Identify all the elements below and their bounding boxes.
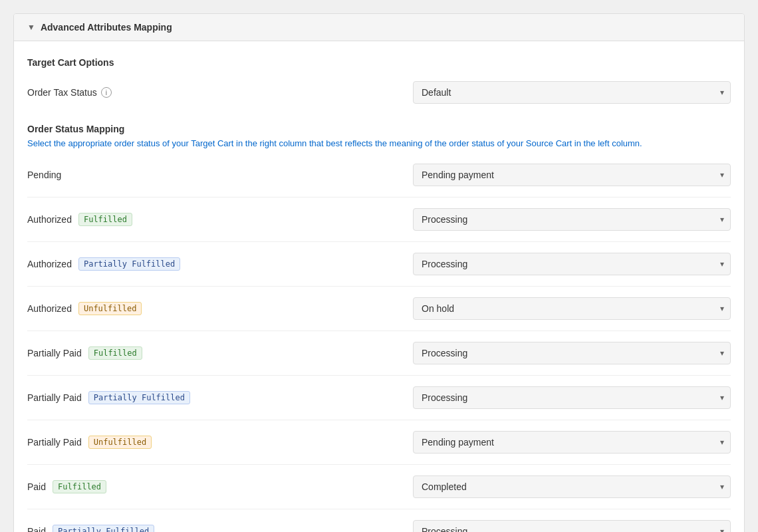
select-authorized-partially-fulfilled[interactable]: Pending paymentProcessingOn holdComplete… [413,253,731,275]
dropdown-partially-paid-unfulfilled[interactable]: Pending paymentProcessingOn holdComplete… [413,431,731,454]
row-divider [27,375,731,376]
badge-authorized-unfulfilled: Unfulfilled [78,302,142,315]
status-label-text-pending: Pending [27,170,61,180]
row-divider [27,420,731,420]
section-header[interactable]: ▼ Advanced Attributes Mapping [14,14,744,41]
row-divider [27,509,731,509]
info-icon[interactable]: i [101,87,112,98]
select-paid-fulfilled[interactable]: Pending paymentProcessingOn holdComplete… [413,475,731,498]
row-divider [27,241,731,242]
advanced-attributes-mapping-panel: ▼ Advanced Attributes Mapping Target Car… [13,13,745,532]
tax-status-label-text: Order Tax Status [27,87,97,98]
status-label-text-partially-paid-unfulfilled: Partially Paid [27,437,82,448]
select-wrapper-pending: Pending paymentProcessingOn holdComplete… [413,164,731,186]
dropdown-paid-partially-fulfilled[interactable]: Pending paymentProcessingOn holdComplete… [413,520,731,533]
status-label-partially-paid-fulfilled: Partially PaidFulfilled [27,346,413,360]
select-pending[interactable]: Pending paymentProcessingOn holdComplete… [413,164,731,186]
order-tax-status-row: Order Tax Status i Default Taxable None [27,81,731,104]
status-label-text-partially-paid-partially-fulfilled: Partially Paid [27,392,82,403]
badge-partially-paid-partially-fulfilled: Partially Fulfilled [88,391,190,404]
order-status-description: Select the appropriate order status of y… [27,137,731,150]
badge-partially-paid-unfulfilled: Unfulfilled [88,436,152,449]
tax-status-dropdown[interactable]: Default Taxable None [413,81,731,104]
select-wrapper-authorized-fulfilled: Pending paymentProcessingOn holdComplete… [413,208,731,231]
select-partially-paid-unfulfilled[interactable]: Pending paymentProcessingOn holdComplete… [413,431,731,454]
status-row-partially-paid-fulfilled: Partially PaidFulfilledPending paymentPr… [27,342,731,364]
order-status-title: Order Status Mapping [27,124,731,134]
status-label-text-paid-partially-fulfilled: Paid [27,526,46,533]
status-row-partially-paid-partially-fulfilled: Partially PaidPartially FulfilledPending… [27,386,731,409]
status-rows-container: PendingPending paymentProcessingOn holdC… [27,164,731,533]
select-authorized-unfulfilled[interactable]: Pending paymentProcessingOn holdComplete… [413,297,731,320]
badge-authorized-fulfilled: Fulfilled [78,213,132,226]
status-label-paid-partially-fulfilled: PaidPartially Fulfilled [27,525,413,533]
select-wrapper-authorized-partially-fulfilled: Pending paymentProcessingOn holdComplete… [413,253,731,275]
status-label-authorized-partially-fulfilled: AuthorizedPartially Fulfilled [27,257,413,271]
select-partially-paid-partially-fulfilled[interactable]: Pending paymentProcessingOn holdComplete… [413,386,731,409]
status-label-partially-paid-unfulfilled: Partially PaidUnfulfilled [27,436,413,449]
order-status-mapping: Order Status Mapping Select the appropri… [27,124,731,532]
chevron-icon: ▼ [27,23,35,32]
select-wrapper-partially-paid-partially-fulfilled: Pending paymentProcessingOn holdComplete… [413,386,731,409]
status-label-partially-paid-partially-fulfilled: Partially PaidPartially Fulfilled [27,391,413,404]
tax-status-select[interactable]: Default Taxable None [413,81,731,104]
badge-partially-paid-fulfilled: Fulfilled [88,346,142,360]
badge-authorized-partially-fulfilled: Partially Fulfilled [78,257,180,271]
target-cart-options-title: Target Cart Options [27,57,731,68]
select-wrapper-authorized-unfulfilled: Pending paymentProcessingOn holdComplete… [413,297,731,320]
order-tax-status-label: Order Tax Status i [27,87,413,98]
row-divider [27,331,731,331]
status-label-text-paid-fulfilled: Paid [27,481,46,492]
select-partially-paid-fulfilled[interactable]: Pending paymentProcessingOn holdComplete… [413,342,731,364]
status-row-authorized-partially-fulfilled: AuthorizedPartially FulfilledPending pay… [27,253,731,275]
status-row-paid-fulfilled: PaidFulfilledPending paymentProcessingOn… [27,475,731,498]
status-row-partially-paid-unfulfilled: Partially PaidUnfulfilledPending payment… [27,431,731,454]
status-row-authorized-fulfilled: AuthorizedFulfilledPending paymentProces… [27,208,731,231]
order-tax-status-select-wrapper: Default Taxable None [413,81,731,104]
dropdown-partially-paid-fulfilled[interactable]: Pending paymentProcessingOn holdComplete… [413,342,731,364]
dropdown-authorized-unfulfilled[interactable]: Pending paymentProcessingOn holdComplete… [413,297,731,320]
status-label-authorized-fulfilled: AuthorizedFulfilled [27,213,413,226]
select-wrapper-paid-fulfilled: Pending paymentProcessingOn holdComplete… [413,475,731,498]
select-wrapper-partially-paid-fulfilled: Pending paymentProcessingOn holdComplete… [413,342,731,364]
status-row-pending: PendingPending paymentProcessingOn holdC… [27,164,731,186]
status-label-authorized-unfulfilled: AuthorizedUnfulfilled [27,302,413,315]
status-row-paid-partially-fulfilled: PaidPartially FulfilledPending paymentPr… [27,520,731,533]
select-paid-partially-fulfilled[interactable]: Pending paymentProcessingOn holdComplete… [413,520,731,533]
row-divider [27,464,731,465]
dropdown-paid-fulfilled[interactable]: Pending paymentProcessingOn holdComplete… [413,475,731,498]
status-label-text-authorized-unfulfilled: Authorized [27,303,72,314]
dropdown-authorized-partially-fulfilled[interactable]: Pending paymentProcessingOn holdComplete… [413,253,731,275]
status-label-pending: Pending [27,170,413,180]
badge-paid-partially-fulfilled: Partially Fulfilled [53,525,154,533]
row-divider [27,197,731,198]
section-body: Target Cart Options Order Tax Status i D… [14,41,744,532]
status-label-text-authorized-partially-fulfilled: Authorized [27,259,72,269]
badge-paid-fulfilled: Fulfilled [53,480,106,493]
dropdown-pending[interactable]: Pending paymentProcessingOn holdComplete… [413,164,731,186]
dropdown-partially-paid-partially-fulfilled[interactable]: Pending paymentProcessingOn holdComplete… [413,386,731,409]
status-row-authorized-unfulfilled: AuthorizedUnfulfilledPending paymentProc… [27,297,731,320]
status-label-paid-fulfilled: PaidFulfilled [27,480,413,493]
status-label-text-partially-paid-fulfilled: Partially Paid [27,348,82,358]
select-wrapper-paid-partially-fulfilled: Pending paymentProcessingOn holdComplete… [413,520,731,533]
row-divider [27,286,731,287]
status-label-text-authorized-fulfilled: Authorized [27,214,72,225]
dropdown-authorized-fulfilled[interactable]: Pending paymentProcessingOn holdComplete… [413,208,731,231]
target-cart-options: Target Cart Options Order Tax Status i D… [27,57,731,104]
select-wrapper-partially-paid-unfulfilled: Pending paymentProcessingOn holdComplete… [413,431,731,454]
select-authorized-fulfilled[interactable]: Pending paymentProcessingOn holdComplete… [413,208,731,231]
section-title: Advanced Attributes Mapping [41,22,172,33]
